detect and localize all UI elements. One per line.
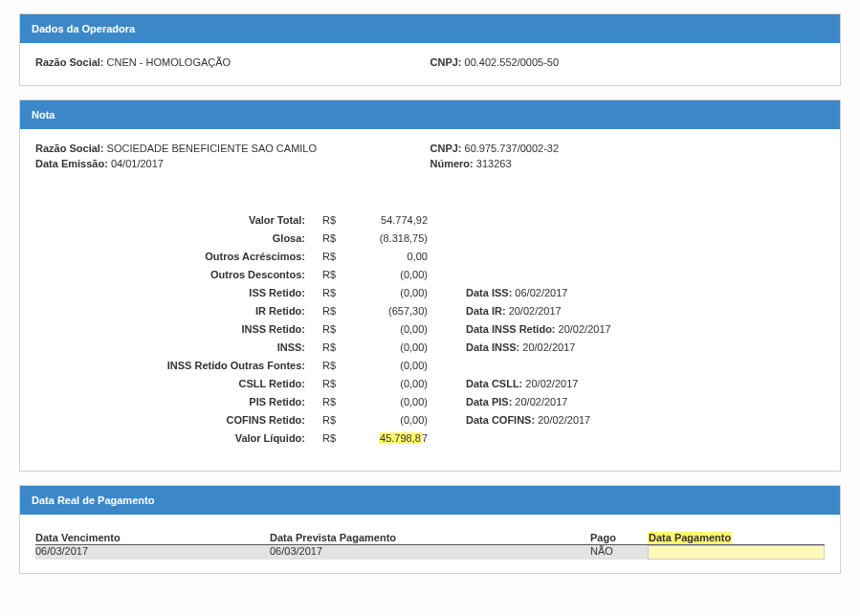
data-inss-value: 20/02/2017 [522,341,575,353]
data-pis-value: 20/02/2017 [515,396,567,407]
currency: R$ [322,375,351,393]
valor-liquido-value: 45.798,87 [351,429,428,448]
data-csll-label: Data CSLL: [466,378,522,389]
inss-retido-outras-label: INSS Retido Outras Fontes: [35,357,305,375]
pagamento-panel: Data Real de Pagamento Data Vencimento D… [19,485,841,574]
pis-retido-label: PIS Retido: [35,393,305,411]
currency: R$ [322,266,351,284]
data-ir-value: 20/02/2017 [509,305,562,317]
operadora-panel-body: Razão Social: CNEN - HOMOLOGAÇÃO CNPJ: 0… [20,43,840,85]
nota-panel: Nota Razão Social: SOCIEDADE BENEFICIENT… [19,99,841,472]
currency: R$ [322,248,351,266]
data-inssret-value: 20/02/2017 [559,323,611,335]
currency: R$ [322,411,351,429]
currency: R$ [322,339,351,357]
operadora-panel-header: Dados da Operadora [20,14,840,43]
cell-pago: NÃO [590,545,648,560]
glosa-label: Glosa: [35,230,305,248]
data-iss-label: Data ISS: [466,287,512,298]
cell-data-vencimento: 06/03/2017 [35,545,270,560]
outros-descontos-value: (0,00) [351,266,428,284]
currency: R$ [322,230,351,248]
col-data-pagamento: Data Pagamento [648,532,825,545]
valor-liquido-label: Valor Líquido: [35,429,305,448]
nota-cnpj-label: CNPJ: [430,143,462,154]
currency: R$ [322,320,351,339]
col-pago: Pago [590,532,648,545]
nota-panel-header: Nota [20,100,840,129]
nota-emissao-value: 04/01/2017 [111,158,164,169]
csll-retido-value: (0,00) [351,375,428,393]
pis-retido-value: (0,00) [351,393,428,411]
data-cofins-label: Data COFINS: [466,414,535,426]
nota-emissao-label: Data Emissão: [35,158,108,169]
glosa-value: (8.318,75) [351,230,428,248]
data-ir-label: Data IR: [466,305,506,317]
ir-retido-value: (657,30) [351,302,428,320]
nota-numero-label: Número: [430,158,474,169]
currency: R$ [322,211,351,230]
cofins-retido-label: COFINS Retido: [35,411,305,429]
currency: R$ [322,357,351,375]
outros-acrescimos-label: Outros Acréscimos: [35,248,305,266]
currency: R$ [322,393,351,411]
currency: R$ [322,429,351,448]
data-csll-value: 20/02/2017 [525,378,578,389]
nota-cnpj-value: 60.975.737/0002-32 [465,143,559,154]
data-iss-value: 06/02/2017 [515,287,567,298]
finance-section: Valor Total: Glosa: Outros Acréscimos: O… [35,211,825,448]
currency: R$ [322,284,351,302]
nota-razao-value: SOCIEDADE BENEFICIENTE SAO CAMILO [107,143,317,154]
operadora-razao-value: CNEN - HOMOLOGAÇÃO [107,56,232,68]
nota-razao-label: Razão Social: [35,143,104,154]
data-cofins-value: 20/02/2017 [538,414,590,426]
cofins-retido-value: (0,00) [351,411,428,429]
inss-retido-label: INSS Retido: [35,320,305,339]
pagamento-panel-body: Data Vencimento Data Prevista Pagamento … [20,518,840,573]
inss-value: (0,00) [351,339,428,357]
iss-retido-label: ISS Retido: [35,284,305,302]
valor-total-value: 54.774,92 [351,211,428,230]
cell-data-prevista: 06/03/2017 [270,545,590,560]
operadora-panel: Dados da Operadora Razão Social: CNEN - … [19,13,841,86]
col-data-prevista: Data Prevista Pagamento [270,532,590,545]
operadora-cnpj-value: 00.402.552/0005-50 [465,56,559,68]
data-inssret-label: Data INSS Retido: [466,323,556,335]
csll-retido-label: CSLL Retido: [35,375,305,393]
col-data-vencimento: Data Vencimento [35,532,270,545]
outros-acrescimos-value: 0,00 [351,248,428,266]
operadora-cnpj-label: CNPJ: [430,56,462,68]
nota-panel-body: Razão Social: SOCIEDADE BENEFICIENTE SAO… [20,129,840,471]
ir-retido-label: IR Retido: [35,302,305,320]
data-pis-label: Data PIS: [466,396,512,407]
inss-retido-outras-value: (0,00) [351,357,428,375]
data-pagamento-input[interactable] [648,545,825,560]
nota-numero-value: 313263 [476,158,512,169]
inss-retido-value: (0,00) [351,320,428,339]
pagamento-panel-header: Data Real de Pagamento [20,486,840,515]
iss-retido-value: (0,00) [351,284,428,302]
operadora-razao-label: Razão Social: [35,56,104,68]
currency: R$ [322,302,351,320]
outros-descontos-label: Outros Descontos: [35,266,305,284]
table-row: 06/03/2017 06/03/2017 NÃO [35,545,825,560]
data-inss-label: Data INSS: [466,341,519,353]
inss-label: INSS: [35,339,305,357]
valor-total-label: Valor Total: [35,211,305,230]
